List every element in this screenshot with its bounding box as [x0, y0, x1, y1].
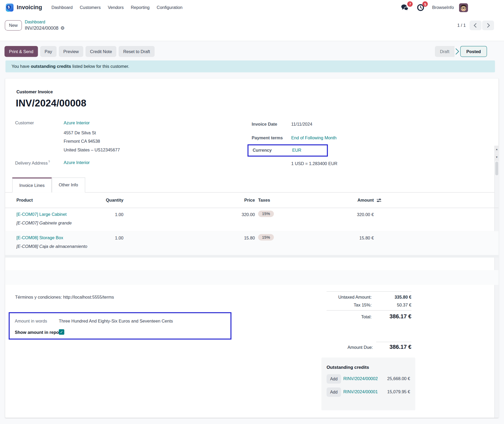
document-type-label: Customer Invoice: [16, 89, 53, 94]
product-description: [E-COM08] Caja de almacenamiento: [16, 244, 87, 249]
table-row[interactable]: [E-COM08] Storage Box [E-COM08] Caja de …: [5, 231, 499, 255]
amount-in-words-highlight-box: Amount in words Three Hundred And Eighty…: [9, 312, 232, 340]
customer-link[interactable]: Azure Interior: [64, 121, 90, 125]
alert-text-end: listed below for this customer.: [72, 64, 129, 69]
quantity-cell[interactable]: 1.00: [85, 236, 124, 241]
add-credit-button[interactable]: Add: [327, 374, 341, 384]
outstanding-credits-title: Outstanding credits: [327, 365, 369, 370]
pager-previous-button[interactable]: [470, 21, 481, 30]
outstanding-credits-alert: You have outstanding credits listed belo…: [6, 60, 495, 72]
breadcrumb-row: New Dashboard INV/2024/00008 ⚙ 1 / 1: [0, 15, 504, 35]
pager: 1 / 1: [457, 21, 494, 30]
amount-due-value: 386.17 €: [376, 344, 412, 351]
outstanding-credits-panel: Outstanding credits Add RINV/2024/00002 …: [321, 357, 415, 410]
pay-button[interactable]: Pay: [40, 46, 57, 57]
credit-amount: 25,668.00 €: [387, 376, 410, 381]
statusbar: Draft Posted: [435, 46, 487, 57]
chevron-left-icon: [474, 23, 478, 27]
status-posted[interactable]: Posted: [460, 46, 487, 57]
menu-vendors[interactable]: Vendors: [104, 5, 127, 10]
currency-label: Currency: [253, 148, 272, 153]
scroll-up-icon[interactable]: ▲: [495, 146, 499, 153]
avatar[interactable]: [459, 3, 468, 12]
tab-other-info[interactable]: Other Info: [52, 177, 85, 192]
tab-invoice-lines[interactable]: Invoice Lines: [12, 177, 52, 192]
status-draft[interactable]: Draft: [435, 46, 455, 57]
navbar: $ Invoicing Dashboard Customers Vendors …: [0, 0, 504, 15]
preview-button[interactable]: Preview: [59, 46, 83, 57]
pager-count: 1 / 1: [457, 23, 466, 28]
price-cell[interactable]: 15.80: [210, 236, 255, 241]
gear-icon[interactable]: ⚙: [60, 25, 65, 30]
untaxed-amount-label: Untaxed Amount:: [327, 295, 376, 300]
credit-ref-link[interactable]: RINV/2024/00001: [343, 389, 378, 394]
notebook-tabs: Invoice Lines Other Info: [5, 177, 499, 192]
amount-cell: 320.00 €: [310, 212, 374, 217]
column-quantity[interactable]: Quantity: [85, 198, 124, 202]
menu-configuration[interactable]: Configuration: [153, 5, 186, 10]
currency-link[interactable]: EUR: [292, 148, 301, 153]
app-title[interactable]: Invoicing: [17, 4, 42, 11]
customer-address-line3: United States – US12345677: [64, 147, 120, 152]
column-taxes[interactable]: Taxes: [258, 198, 270, 202]
exchange-rate-note: 1 USD = 1.283400 EUR: [291, 161, 337, 166]
customer-label: Customer: [15, 121, 34, 125]
menu-reporting[interactable]: Reporting: [127, 5, 153, 10]
user-menu[interactable]: BrowseInfo: [432, 5, 454, 10]
total-value: 386.17 €: [376, 313, 412, 320]
messages-badge: 7: [407, 1, 413, 7]
product-description: [E-COM07] Gabinete grande: [16, 221, 71, 225]
column-amount[interactable]: Amount: [310, 198, 374, 202]
customer-address-line2: Fremont CA 94538: [64, 139, 100, 144]
terms-and-conditions: Términos y condiciones: http://localhost…: [15, 295, 114, 300]
credit-ref-link[interactable]: RINV/2024/00002: [343, 376, 378, 381]
show-amount-checkbox[interactable]: ✓: [59, 329, 64, 335]
total-label: Total:: [327, 314, 376, 319]
payment-terms-link[interactable]: End of Following Month: [291, 135, 337, 140]
menu-customers[interactable]: Customers: [76, 5, 104, 10]
customer-address-line1: 4557 De Silva St: [64, 131, 96, 135]
activities-icon[interactable]: 5: [417, 4, 424, 11]
breadcrumb-current: INV/2024/00008: [25, 25, 58, 31]
print-send-button[interactable]: Print & Send: [4, 46, 38, 57]
lines-table-header: Product Quantity Price Taxes Amount: [5, 193, 499, 208]
action-buttons-row: Print & Send Pay Preview Credit Note Res…: [0, 46, 504, 57]
tax-badge: 15%: [258, 211, 274, 217]
scrollbar-thumb[interactable]: [495, 162, 498, 175]
optional-columns-icon[interactable]: [376, 198, 382, 203]
pager-next-button[interactable]: [482, 21, 494, 30]
help-icon: ?: [48, 160, 50, 163]
reset-to-draft-button[interactable]: Reset to Draft: [119, 46, 155, 57]
delivery-address-link[interactable]: Azure Interior: [64, 160, 90, 165]
app-logo-icon[interactable]: $: [6, 3, 14, 12]
chevron-right-icon: [485, 23, 490, 27]
alert-bold-text: outstanding credits: [31, 64, 71, 69]
price-cell[interactable]: 320.00: [210, 212, 255, 217]
scroll-down-icon[interactable]: ▼: [495, 153, 499, 161]
invoice-number-title: INV/2024/00008: [16, 98, 86, 109]
table-row[interactable]: [E-COM07] Large Cabinet [E-COM07] Gabine…: [5, 208, 499, 232]
menu-dashboard[interactable]: Dashboard: [48, 5, 76, 10]
totals-block: Untaxed Amount: 335.80 € Tax 15%: 50.37 …: [327, 291, 412, 323]
quantity-cell[interactable]: 1.00: [85, 212, 124, 217]
new-button[interactable]: New: [5, 20, 22, 30]
amount-due-separator: [376, 342, 412, 342]
messages-icon[interactable]: 7: [401, 4, 409, 11]
svg-text:$: $: [8, 5, 10, 9]
taxes-cell: 15%: [258, 235, 274, 241]
untaxed-amount-value: 335.80 €: [376, 295, 412, 300]
taxes-cell: 15%: [258, 211, 274, 217]
amount-due-label: Amount Due:: [289, 345, 373, 350]
invoice-date-value[interactable]: 11/11/2024: [291, 122, 312, 127]
breadcrumb-dashboard-link[interactable]: Dashboard: [25, 20, 65, 25]
status-arrow-icon: [455, 48, 460, 55]
invoice-date-label: Invoice Date: [252, 122, 277, 127]
product-link[interactable]: [E-COM07] Large Cabinet: [16, 212, 66, 217]
add-credit-button[interactable]: Add: [327, 387, 341, 397]
activities-badge: 5: [423, 1, 428, 7]
column-product[interactable]: Product: [16, 198, 33, 202]
credit-note-button[interactable]: Credit Note: [85, 46, 116, 57]
column-price[interactable]: Price: [210, 198, 255, 202]
product-link[interactable]: [E-COM08] Storage Box: [16, 235, 63, 240]
amount-in-words-value[interactable]: Three Hundred And Eighty-Six Euros and S…: [59, 319, 173, 323]
